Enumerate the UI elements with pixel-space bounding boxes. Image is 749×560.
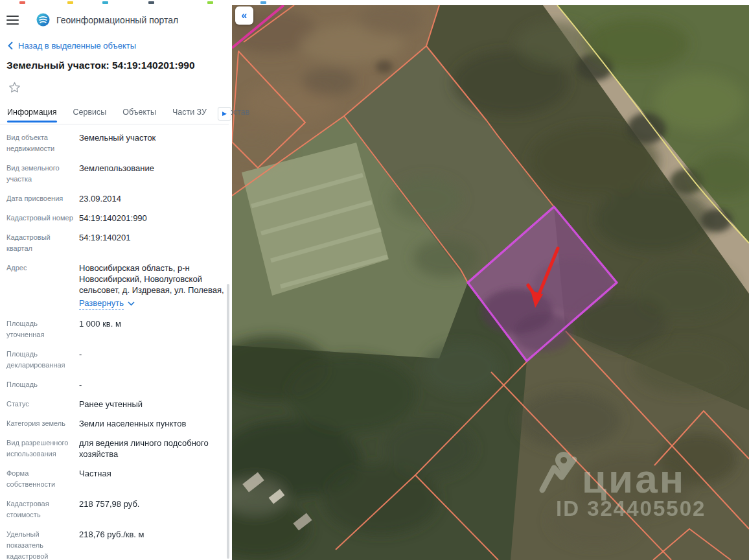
collapse-panel-button[interactable]: « — [235, 6, 253, 25]
watermark-brand: циан — [582, 456, 686, 501]
attribute-value: 23.09.2014 — [79, 193, 227, 204]
tab[interactable]: Сервисы — [73, 108, 107, 122]
attribute-row: Площадь - — [6, 379, 227, 390]
attribute-value: 218 757,98 руб. — [79, 498, 227, 520]
tab-label: Информация — [7, 108, 57, 117]
attribute-value: для ведения личного подсобного хозяйства — [79, 438, 227, 460]
attribute-value: - — [79, 349, 227, 371]
attributes-list: Вид объекта недвижимости Земельный участ… — [6, 132, 227, 560]
attribute-row: Вид объекта недвижимости Земельный участ… — [6, 132, 227, 154]
tab[interactable]: Объекты — [122, 108, 156, 122]
watermark-id: ID 324405502 — [556, 496, 706, 520]
favorite-star-icon[interactable] — [8, 82, 21, 96]
attribute-label: Дата присвоения — [6, 193, 79, 204]
chevron-down-icon — [128, 301, 135, 306]
attribute-value: Земельный участок — [79, 132, 227, 154]
attribute-row: Вид разрешенного использования для веден… — [6, 438, 227, 460]
geoportal-app: Геоинформационный портал Назад в выделен… — [0, 0, 749, 560]
attribute-value: Землепользование — [79, 163, 227, 185]
attribute-row: Удельный показатель кадастровой стоимост… — [6, 529, 227, 560]
address-value: Новосибирская область, р-н Новосибирский… — [79, 262, 227, 310]
menu-icon[interactable] — [6, 14, 19, 26]
tabs-overflow-button[interactable]: ▶ — [218, 107, 231, 121]
address-row: Адрес Новосибирская область, р-н Новосиб… — [6, 262, 227, 310]
attribute-label: Категория земель — [6, 418, 79, 429]
attribute-value: - — [79, 379, 227, 390]
attribute-label: Вид земельного участка — [6, 163, 79, 185]
attribute-row: Статус Ранее учтенный — [6, 399, 227, 410]
attribute-value: Земли населенных пунктов — [79, 418, 227, 429]
attribute-value: 54:19:140201:990 — [79, 213, 227, 224]
satellite-map: циан ID 324405502 — [232, 5, 749, 560]
attribute-row: Кадастровый квартал 54:19:140201 — [6, 232, 227, 254]
tab-label: Части ЗУ — [172, 108, 207, 117]
app-title: Геоинформационный портал — [56, 15, 178, 25]
tab[interactable]: Части ЗУ — [172, 108, 207, 122]
attribute-label: Кадастровая стоимость — [6, 498, 79, 520]
geoportal-logo-icon — [36, 13, 50, 27]
back-chevron-icon — [8, 41, 13, 50]
attribute-label: Адрес — [6, 262, 79, 310]
panel-header: Геоинформационный портал — [6, 13, 178, 27]
attribute-row: Кадастровая стоимость 218 757,98 руб. — [6, 498, 227, 520]
tabs: Информация Сервисы Объекты Части ЗУ Сост… — [7, 108, 249, 122]
attribute-row: Площадь декларированная - — [6, 349, 227, 371]
attribute-value: 54:19:140201 — [79, 232, 227, 254]
attribute-label: Удельный показатель кадастровой стоимост… — [6, 529, 79, 560]
tabs-divider — [0, 124, 229, 124]
attribute-row: Категория земель Земли населенных пункто… — [6, 418, 227, 429]
page-title: Земельный участок: 54:19:140201:990 — [6, 60, 195, 71]
tab[interactable]: Информация — [7, 108, 57, 122]
attribute-value: 218,76 руб./кв. м — [79, 529, 227, 560]
attribute-label: Вид объекта недвижимости — [6, 132, 79, 154]
attribute-row: Кадастровый номер 54:19:140201:990 — [6, 213, 227, 224]
attribute-row: Вид земельного участка Землепользование — [6, 163, 227, 185]
attribute-value: Ранее учтенный — [79, 399, 227, 410]
back-link[interactable]: Назад в выделенные объекты — [8, 41, 136, 51]
attribute-value: 1 000 кв. м — [79, 318, 227, 340]
attribute-label: Площадь уточненная — [6, 318, 79, 340]
attribute-label: Форма собственности — [6, 468, 79, 490]
attribute-label: Кадастровый номер — [6, 213, 79, 224]
tab-label: Сервисы — [73, 108, 107, 117]
back-link-label: Назад в выделенные объекты — [18, 41, 136, 51]
attribute-row: Площадь уточненная 1 000 кв. м — [6, 318, 227, 340]
tab-label: Объекты — [122, 108, 156, 117]
attribute-value: Частная — [79, 468, 227, 490]
browser-bookmarks-sliver — [0, 0, 312, 5]
info-panel: Геоинформационный портал Назад в выделен… — [0, 5, 232, 560]
attribute-row: Форма собственности Частная — [6, 468, 227, 490]
expand-address-link[interactable]: Развернуть — [79, 298, 135, 310]
attribute-label: Кадастровый квартал — [6, 232, 79, 254]
map-view[interactable]: циан ID 324405502 « — [232, 5, 749, 560]
attribute-label: Статус — [6, 399, 79, 410]
attribute-label: Площадь декларированная — [6, 349, 79, 371]
attribute-row: Дата присвоения 23.09.2014 — [6, 193, 227, 204]
attribute-label: Вид разрешенного использования — [6, 438, 79, 460]
attribute-label: Площадь — [6, 379, 79, 390]
